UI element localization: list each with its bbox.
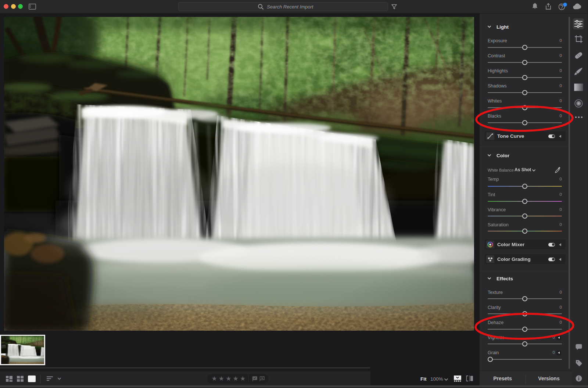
svg-text:★: ★	[226, 375, 231, 382]
svg-text:★: ★	[233, 375, 239, 382]
svg-text:★: ★	[211, 375, 217, 382]
svg-text:★: ★	[240, 375, 245, 382]
svg-text:★: ★	[219, 375, 224, 382]
